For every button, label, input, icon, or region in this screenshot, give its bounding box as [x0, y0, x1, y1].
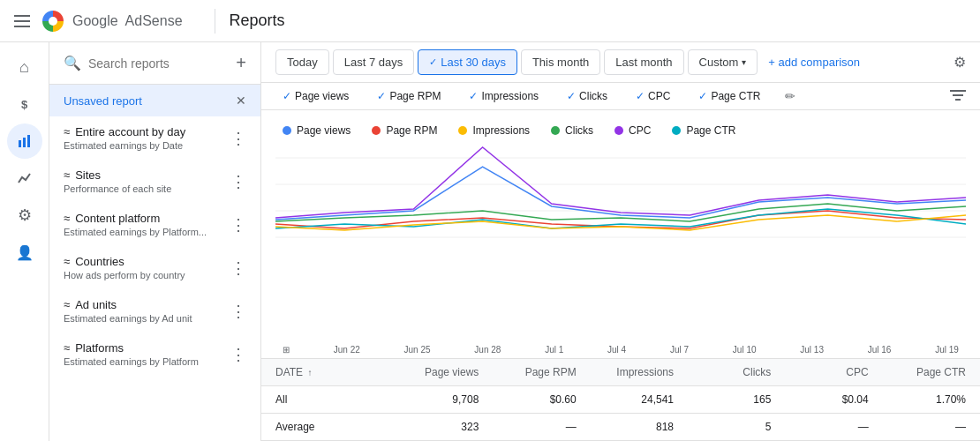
sidebar-item-title: ≈ Platforms	[64, 341, 223, 355]
unsaved-report-title: Unsaved report	[64, 94, 229, 108]
date-label: Jul 16	[868, 345, 892, 355]
line-chart	[275, 140, 966, 264]
filter-chart-button[interactable]	[950, 89, 966, 104]
settings-gear-icon[interactable]: ⚙	[954, 54, 966, 71]
metric-label: Page CTR	[711, 90, 760, 102]
legend-dot	[614, 126, 623, 135]
cell-cpc-avg: —	[771, 421, 868, 433]
last-month-filter-button[interactable]: Last month	[604, 49, 683, 75]
col-impressions[interactable]: Impressions	[577, 366, 674, 378]
metric-chip-page-rpm[interactable]: ✓ Page RPM	[370, 86, 448, 106]
table-row-all[interactable]: All 9,708 $0.60 24,541 165 $0.04 1.70%	[261, 386, 980, 414]
metric-chip-impressions[interactable]: ✓ Impressions	[462, 86, 546, 106]
wavy-icon: ≈	[64, 168, 70, 182]
metric-label: Clicks	[579, 90, 607, 102]
legend-impressions: Impressions	[458, 124, 530, 137]
sidebar-icon-trends[interactable]	[7, 161, 42, 196]
sort-icon: ↑	[307, 368, 312, 377]
date-label: Jul 19	[935, 345, 959, 355]
last30-filter-button[interactable]: ✓ Last 30 days	[418, 49, 517, 75]
col-page-ctr[interactable]: Page CTR	[869, 366, 966, 378]
cell-page-ctr-avg: —	[869, 421, 966, 433]
sidebar-icon-earnings[interactable]: $	[7, 86, 42, 122]
col-page-views[interactable]: Page views	[381, 366, 479, 378]
sidebar-item-sites[interactable]: ≈ Sites Performance of each site ⋮	[49, 160, 260, 203]
wavy-icon: ≈	[64, 255, 70, 268]
sidebar-item-subtitle: Estimated earnings by Platform...	[64, 227, 223, 237]
legend-label: Page CTR	[686, 124, 735, 137]
sidebar-item-platforms[interactable]: ≈ Platforms Estimated earnings by Platfo…	[49, 333, 260, 376]
legend-clicks: Clicks	[551, 124, 593, 137]
last7-filter-button[interactable]: Last 7 days	[333, 49, 415, 75]
sidebar-item-ad-units[interactable]: ≈ Ad units Estimated earnings by Ad unit…	[49, 289, 260, 333]
wavy-icon: ≈	[64, 125, 70, 138]
sidebar-item-entire-account[interactable]: ≈ Entire account by day Estimated earnin…	[49, 116, 260, 160]
close-unsaved-button[interactable]: ✕	[236, 93, 246, 108]
metric-label: Page views	[295, 90, 349, 102]
legend-page-rpm: Page RPM	[372, 124, 437, 137]
more-options-button[interactable]: ⋮	[230, 302, 246, 321]
cell-page-rpm-all: $0.60	[479, 393, 576, 406]
search-bar: 🔍 +	[49, 42, 260, 85]
more-options-button[interactable]: ⋮	[230, 345, 246, 364]
add-comparison-button[interactable]: + add comparison	[768, 56, 860, 69]
chart-legend: Page views Page RPM Impressions Clicks C…	[261, 117, 980, 140]
main-content: Today Last 7 days ✓ Last 30 days This mo…	[261, 42, 980, 441]
sidebar-item-subtitle: How ads perform by country	[64, 270, 223, 280]
more-options-button[interactable]: ⋮	[230, 129, 246, 148]
data-table: DATE ↑ Page views Page RPM Impressions C…	[261, 358, 980, 441]
metric-chip-cpc[interactable]: ✓ CPC	[629, 86, 677, 106]
more-options-button[interactable]: ⋮	[230, 215, 246, 235]
today-filter-button[interactable]: Today	[275, 49, 329, 75]
search-input[interactable]	[88, 56, 229, 71]
legend-page-views: Page views	[283, 124, 351, 137]
sidebar-item-countries[interactable]: ≈ Countries How ads perform by country ⋮	[49, 246, 260, 289]
add-report-button[interactable]: +	[236, 53, 246, 73]
this-month-filter-button[interactable]: This month	[521, 49, 600, 75]
col-cpc[interactable]: CPC	[771, 366, 868, 378]
svg-rect-1	[19, 140, 21, 147]
metric-label: CPC	[648, 90, 670, 102]
custom-filter-button[interactable]: Custom ▾	[688, 49, 758, 75]
col-page-rpm[interactable]: Page RPM	[479, 366, 576, 378]
svg-point-0	[49, 17, 57, 26]
metric-chip-page-ctr[interactable]: ✓ Page CTR	[691, 86, 767, 106]
date-label: Jun 28	[474, 345, 501, 355]
edit-metrics-button[interactable]: ✏	[785, 89, 795, 103]
sidebar-item-content-platform[interactable]: ≈ Content platform Estimated earnings by…	[49, 203, 260, 246]
sidebar-icon-settings[interactable]: ⚙	[7, 198, 42, 233]
more-options-button[interactable]: ⋮	[230, 172, 246, 191]
date-label: Jun 25	[404, 345, 431, 355]
metric-label: Page RPM	[389, 90, 441, 102]
cell-page-views-all: 9,708	[381, 393, 479, 406]
date-label: Jul 10	[733, 345, 757, 355]
sidebar-icon-account[interactable]: 👤	[7, 235, 42, 270]
reports-icon	[17, 133, 33, 149]
metric-chip-clicks[interactable]: ✓ Clicks	[560, 86, 614, 106]
legend-cpc: CPC	[614, 124, 651, 137]
col-clicks[interactable]: Clicks	[674, 366, 771, 378]
sidebar-icon-reports[interactable]	[7, 123, 42, 159]
more-options-button[interactable]: ⋮	[230, 258, 246, 278]
logo-brand: AdSense	[125, 13, 183, 29]
sidebar-item-subtitle: Estimated earnings by Ad unit	[64, 313, 223, 324]
col-date[interactable]: DATE ↑	[275, 366, 381, 378]
unsaved-report-item[interactable]: Unsaved report ✕	[49, 85, 260, 116]
wavy-icon: ≈	[64, 212, 70, 225]
legend-label: Page RPM	[386, 124, 437, 137]
legend-label: Clicks	[565, 124, 593, 137]
sidebar-item-title: ≈ Countries	[64, 255, 223, 268]
legend-dot	[551, 126, 560, 135]
date-filter-bar: Today Last 7 days ✓ Last 30 days This mo…	[261, 42, 980, 83]
sidebar-item-title: ≈ Sites	[64, 168, 223, 182]
cell-page-ctr-all: 1.70%	[869, 393, 966, 406]
date-label: Jun 22	[334, 345, 360, 355]
legend-label: CPC	[629, 124, 651, 137]
table-row-average[interactable]: Average 323 — 818 5 — —	[261, 414, 980, 441]
metric-chip-page-views[interactable]: ✓ Page views	[275, 86, 356, 106]
cell-impressions-avg: 818	[577, 421, 674, 433]
sidebar-icon-home[interactable]: ⌂	[7, 49, 42, 85]
menu-icon[interactable]	[14, 15, 30, 27]
sidebar-item-title: ≈ Content platform	[64, 212, 223, 225]
legend-label: Page views	[297, 124, 351, 137]
